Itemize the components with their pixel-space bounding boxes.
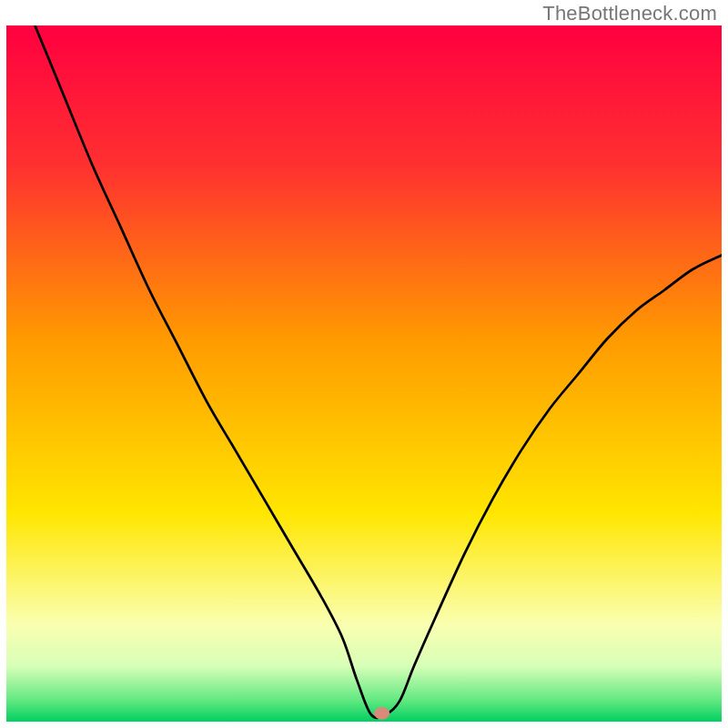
gradient-background — [6, 25, 722, 722]
bottleneck-plot — [6, 25, 722, 722]
attribution-text: TheBottleneck.com — [542, 2, 717, 25]
minimum-marker — [374, 707, 389, 720]
plot-svg — [6, 25, 722, 722]
chart-wrapper: TheBottleneck.com — [0, 0, 728, 728]
